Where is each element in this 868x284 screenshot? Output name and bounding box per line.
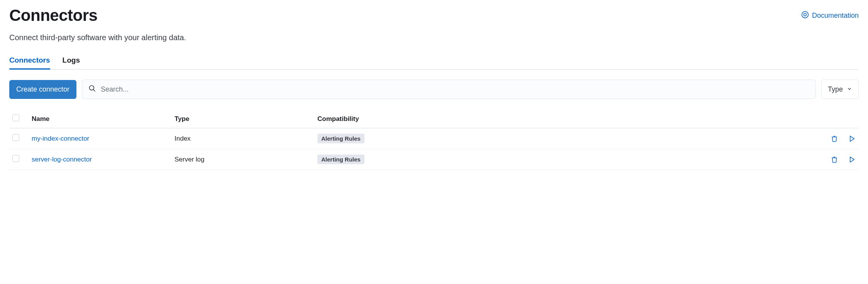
connector-type: Server log (171, 149, 314, 170)
table-row: my-index-connector Index Alerting Rules (9, 128, 859, 149)
column-header-compatibility[interactable]: Compatibility (314, 110, 812, 128)
row-checkbox[interactable] (12, 155, 19, 162)
connector-type: Index (171, 128, 314, 149)
row-checkbox[interactable] (12, 134, 19, 141)
compatibility-badge: Alerting Rules (317, 134, 364, 143)
documentation-link[interactable]: Documentation (801, 11, 859, 20)
type-filter-button[interactable]: Type (821, 80, 859, 99)
documentation-label: Documentation (812, 12, 859, 20)
column-header-type[interactable]: Type (171, 110, 314, 128)
help-icon (801, 11, 809, 20)
page-title: Connectors (9, 6, 97, 25)
svg-point-1 (804, 13, 807, 16)
table-row: server-log-connector Server log Alerting… (9, 149, 859, 170)
connector-name-link[interactable]: my-index-connector (32, 135, 89, 142)
search-icon (88, 85, 96, 94)
run-icon[interactable] (849, 135, 856, 142)
tab-connectors[interactable]: Connectors (9, 56, 50, 69)
column-header-name[interactable]: Name (29, 110, 171, 128)
svg-point-2 (90, 86, 94, 90)
svg-point-0 (802, 11, 809, 18)
search-field[interactable] (82, 80, 816, 99)
connectors-table: Name Type Compatibility my-index-connect… (9, 110, 859, 170)
svg-marker-4 (850, 136, 854, 141)
delete-icon[interactable] (831, 135, 838, 142)
delete-icon[interactable] (831, 156, 838, 163)
create-connector-button[interactable]: Create connector (9, 80, 76, 99)
page-subtitle: Connect third-party software with your a… (9, 33, 859, 42)
chevron-down-icon (847, 85, 852, 94)
search-input[interactable] (101, 85, 809, 94)
compatibility-badge: Alerting Rules (317, 155, 364, 164)
type-filter-label: Type (828, 85, 843, 94)
connector-name-link[interactable]: server-log-connector (32, 156, 92, 163)
tabs: Connectors Logs (9, 56, 859, 70)
run-icon[interactable] (849, 156, 856, 163)
svg-marker-5 (850, 157, 854, 162)
tab-logs[interactable]: Logs (63, 56, 80, 69)
select-all-checkbox[interactable] (12, 114, 19, 121)
svg-line-3 (93, 90, 95, 92)
